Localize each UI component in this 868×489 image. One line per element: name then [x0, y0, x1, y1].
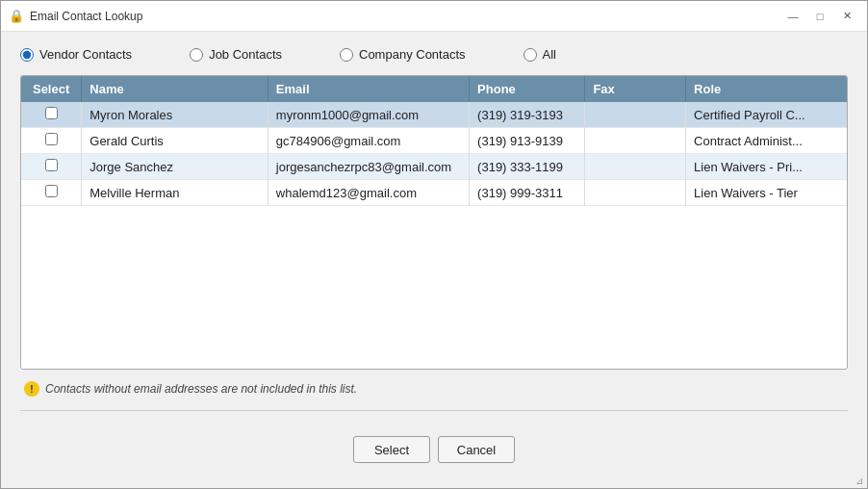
row-phone: (319) 333-1199	[470, 154, 585, 180]
row-phone: (319) 319-3193	[470, 102, 585, 128]
radio-all-contacts[interactable]: All	[523, 47, 556, 62]
row-select-cell	[21, 180, 82, 206]
radio-job-label: Job Contacts	[209, 47, 282, 62]
col-header-fax: Fax	[585, 76, 686, 102]
col-header-email: Email	[268, 76, 469, 102]
window-icon: 🔒	[9, 9, 24, 24]
minimize-button[interactable]: —	[780, 7, 805, 26]
row-name: Jorge Sanchez	[82, 154, 268, 180]
close-button[interactable]: ✕	[834, 7, 859, 26]
title-bar-controls: — □ ✕	[780, 7, 859, 26]
table-row: Myron Moralesmyronm1000@gmail.com(319) 3…	[21, 102, 847, 128]
radio-company-label: Company Contacts	[359, 47, 466, 62]
notice-text: Contacts without email addresses are not…	[45, 382, 357, 396]
radio-group: Vendor Contacts Job Contacts Company Con…	[20, 47, 848, 62]
row-email: gc784906@gmail.com	[268, 128, 469, 154]
row-select-cell	[21, 154, 82, 180]
col-header-name: Name	[82, 76, 268, 102]
row-role: Lien Waivers - Tier	[686, 180, 847, 206]
row-checkbox[interactable]	[45, 133, 58, 145]
row-select-cell	[21, 102, 82, 128]
table-row: Melville Hermanwhalemd123@gmail.com(319)…	[21, 180, 847, 206]
email-contact-lookup-window: 🔒 Email Contact Lookup — □ ✕ Vendor Cont…	[0, 0, 868, 489]
button-bar: Select Cancel	[1, 426, 867, 476]
resize-icon: ⊿	[855, 476, 863, 486]
col-header-phone: Phone	[470, 76, 585, 102]
radio-vendor-contacts[interactable]: Vendor Contacts	[20, 47, 132, 62]
table-body: Myron Moralesmyronm1000@gmail.com(319) 3…	[21, 102, 847, 206]
notice-icon: !	[24, 381, 39, 397]
table-row: Jorge Sanchezjorgesanchezrpc83@gmail.com…	[21, 154, 847, 180]
title-bar: 🔒 Email Contact Lookup — □ ✕	[1, 1, 867, 32]
row-fax	[585, 128, 686, 154]
radio-job-contacts[interactable]: Job Contacts	[190, 47, 282, 62]
row-role: Contract Administ...	[686, 128, 847, 154]
row-select-cell	[21, 128, 82, 154]
row-fax	[585, 180, 686, 206]
row-name: Melville Herman	[82, 180, 268, 206]
row-role: Certified Payroll C...	[686, 102, 847, 128]
cancel-button[interactable]: Cancel	[438, 436, 515, 463]
radio-vendor-label: Vendor Contacts	[39, 47, 132, 62]
contacts-table-container: Select Name Email Phone Fax Role Myron M…	[20, 75, 848, 370]
row-name: Gerald Curtis	[82, 128, 268, 154]
resize-handle-area: ⊿	[1, 476, 867, 488]
select-button[interactable]: Select	[353, 436, 430, 463]
table-row: Gerald Curtisgc784906@gmail.com(319) 913…	[21, 128, 847, 154]
row-checkbox[interactable]	[45, 185, 58, 197]
row-email: whalemd123@gmail.com	[268, 180, 469, 206]
row-phone: (319) 913-9139	[470, 128, 585, 154]
col-header-select: Select	[21, 76, 82, 102]
col-header-role: Role	[686, 76, 847, 102]
radio-all-input[interactable]	[523, 48, 537, 62]
maximize-button[interactable]: □	[807, 7, 832, 26]
notice-bar: ! Contacts without email addresses are n…	[20, 377, 848, 400]
row-email: jorgesanchezrpc83@gmail.com	[268, 154, 469, 180]
row-phone: (319) 999-3311	[470, 180, 585, 206]
row-email: myronm1000@gmail.com	[268, 102, 469, 128]
table-header-row: Select Name Email Phone Fax Role	[21, 76, 847, 102]
separator	[20, 410, 848, 411]
row-checkbox[interactable]	[45, 159, 58, 171]
radio-vendor-input[interactable]	[20, 48, 34, 62]
radio-company-contacts[interactable]: Company Contacts	[340, 47, 466, 62]
content-area: Vendor Contacts Job Contacts Company Con…	[1, 32, 867, 426]
radio-all-label: All	[543, 47, 556, 62]
contacts-table: Select Name Email Phone Fax Role Myron M…	[21, 76, 847, 206]
window-title: Email Contact Lookup	[30, 10, 780, 23]
row-fax	[585, 102, 686, 128]
row-checkbox[interactable]	[45, 107, 58, 119]
radio-job-input[interactable]	[190, 48, 203, 62]
row-fax	[585, 154, 686, 180]
row-name: Myron Morales	[82, 102, 268, 128]
row-role: Lien Waivers - Pri...	[686, 154, 847, 180]
radio-company-input[interactable]	[340, 48, 353, 62]
